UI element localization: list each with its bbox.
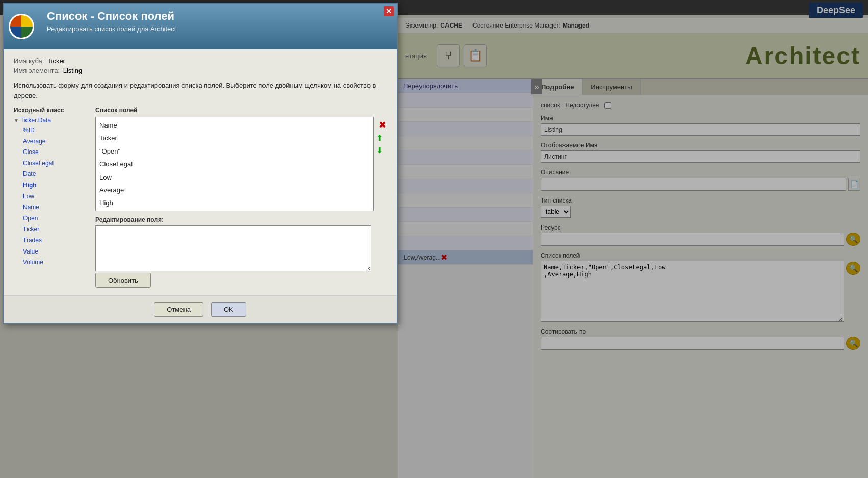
list-item: Open [23,213,85,224]
element-value: Listing [63,67,83,74]
list-item[interactable]: "Open" [97,145,372,158]
source-class-tree: ▼ Ticker.Data %ID Average Close CloseLeg… [14,117,85,268]
element-label: Имя элемента: [14,67,60,74]
field-controls: ✖ ⬆ ⬇ [376,117,386,155]
source-class-title: Исходный класс [14,107,85,114]
modal-dialog: Список - Список полей Редактировать спис… [3,3,398,324]
modal-columns: Исходный класс ▼ Ticker.Data %ID Average… [14,107,386,288]
list-item: Ticker [23,224,85,235]
tree-arrow-icon: ▼ [14,118,19,123]
modal-overlay: Список - Список полей Редактировать спис… [0,0,868,478]
logo-circle [9,14,34,39]
list-item[interactable]: High [97,196,372,209]
update-button[interactable]: Обновить [95,273,151,288]
modal-logo [4,4,39,49]
tree-item-link[interactable]: Close [23,148,39,156]
list-item: High [23,180,85,191]
field-list-box[interactable]: Name Ticker "Open" CloseLegal Low Averag… [95,117,374,211]
list-item[interactable]: Low [97,171,372,184]
field-move-down-icon[interactable]: ⬇ [376,145,386,155]
tree-item-link[interactable]: Open [23,215,38,222]
tree-items: %ID Average Close CloseLegal Date High L… [14,125,85,268]
modal-subtitle: Редактировать список полей для Architect [47,25,374,33]
cube-label: Имя куба: [14,57,44,65]
source-class-col: Исходный класс ▼ Ticker.Data %ID Average… [14,107,85,288]
list-item: Volume [23,257,85,268]
list-item[interactable]: CloseLegal [97,158,372,170]
list-item: Trades [23,235,85,246]
list-item[interactable]: Name [97,119,372,132]
edit-field-textarea[interactable] [95,225,371,271]
list-item[interactable]: Average [97,184,372,196]
ok-button[interactable]: OK [211,302,246,317]
cube-row: Имя куба: Ticker [14,57,386,65]
list-item: Low [23,191,85,203]
modal-title-area: Список - Список полей Редактировать спис… [39,4,381,49]
modal-description: Использовать форму для создания и редакт… [14,81,386,100]
list-item: %ID [23,125,85,136]
list-item: Value [23,246,85,258]
tree-item-link[interactable]: Name [23,204,39,211]
modal-footer: Отмена OK [4,295,397,323]
modal-body: Имя куба: Ticker Имя элемента: Listing И… [4,49,397,295]
tree-item-link[interactable]: Ticker [23,225,39,233]
tree-item-link[interactable]: High [23,182,37,189]
list-item: Average [23,136,85,147]
field-list-col: Список полей Name Ticker "Open" CloseLeg… [95,107,386,288]
tree-item-link[interactable]: Value [23,248,38,255]
tree-item-link[interactable]: Volume [23,259,43,266]
list-item: Name [23,202,85,213]
modal-close-button[interactable]: ✕ [384,6,394,16]
field-remove-icon[interactable]: ✖ [379,119,386,131]
list-item: CloseLegal [23,158,85,169]
tree-item-link[interactable]: Date [23,170,36,178]
list-item: Date [23,169,85,180]
field-list-title: Список полей [95,107,386,114]
element-row: Имя элемента: Listing [14,67,386,74]
tree-item-link[interactable]: Average [23,138,45,145]
field-move-up-icon[interactable]: ⬆ [376,133,386,143]
list-item[interactable]: Ticker [97,132,372,144]
edit-field-label: Редактирование поля: [95,216,386,223]
cancel-button[interactable]: Отмена [154,302,203,317]
tree-item-link[interactable]: Low [23,193,34,200]
modal-titlebar: Список - Список полей Редактировать спис… [4,4,397,49]
tree-item-link[interactable]: Trades [23,237,42,244]
list-item: Close [23,147,85,158]
tree-item-link[interactable]: %ID [23,127,35,134]
modal-title: Список - Список полей [47,10,374,23]
tree-root-item[interactable]: Ticker.Data [20,117,51,124]
tree-item-link[interactable]: CloseLegal [23,160,54,167]
field-list-area: Name Ticker "Open" CloseLegal Low Averag… [95,117,386,211]
cube-value: Ticker [47,57,65,65]
